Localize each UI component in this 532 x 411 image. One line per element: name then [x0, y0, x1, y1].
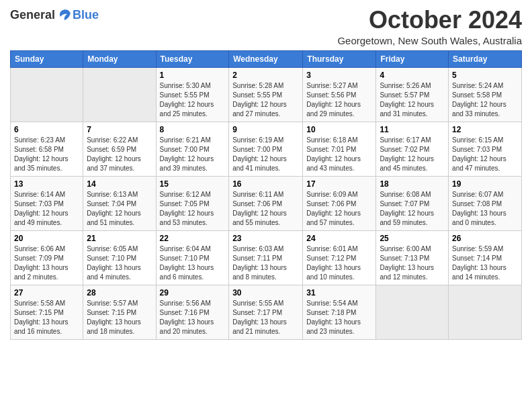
- calendar-cell: 27Sunrise: 5:58 AM Sunset: 7:15 PM Dayli…: [11, 285, 83, 339]
- day-number: 4: [380, 71, 445, 80]
- day-info: Sunrise: 6:21 AM Sunset: 7:00 PM Dayligh…: [160, 136, 226, 173]
- day-number: 29: [160, 288, 226, 298]
- day-number: 19: [452, 179, 518, 189]
- day-info: Sunrise: 5:28 AM Sunset: 5:55 PM Dayligh…: [232, 81, 299, 119]
- day-number: 31: [306, 288, 372, 298]
- calendar-cell: 18Sunrise: 6:08 AM Sunset: 7:07 PM Dayli…: [376, 176, 449, 230]
- calendar-cell: [449, 285, 522, 339]
- calendar-cell: 19Sunrise: 6:07 AM Sunset: 7:08 PM Dayli…: [449, 176, 522, 230]
- location-title: Georgetown, New South Wales, Australia: [337, 35, 522, 46]
- day-number: 9: [232, 125, 299, 134]
- day-info: Sunrise: 6:13 AM Sunset: 7:04 PM Dayligh…: [87, 190, 152, 228]
- day-number: 6: [14, 125, 79, 134]
- calendar-cell: 22Sunrise: 6:04 AM Sunset: 7:10 PM Dayli…: [156, 230, 229, 285]
- day-info: Sunrise: 5:27 AM Sunset: 5:56 PM Dayligh…: [306, 81, 372, 119]
- day-info: Sunrise: 5:30 AM Sunset: 5:55 PM Dayligh…: [160, 81, 226, 119]
- day-number: 22: [160, 234, 226, 243]
- day-number: 14: [87, 179, 152, 189]
- page-header: General Blue October 2024 Georgetown, Ne…: [10, 7, 522, 46]
- calendar-cell: 9Sunrise: 6:19 AM Sunset: 7:00 PM Daylig…: [229, 122, 303, 176]
- calendar-cell: 10Sunrise: 6:18 AM Sunset: 7:01 PM Dayli…: [303, 122, 376, 176]
- day-info: Sunrise: 6:01 AM Sunset: 7:12 PM Dayligh…: [306, 244, 372, 282]
- calendar-cell: 11Sunrise: 6:17 AM Sunset: 7:02 PM Dayli…: [376, 122, 449, 176]
- day-number: 20: [14, 234, 79, 243]
- day-info: Sunrise: 6:17 AM Sunset: 7:02 PM Dayligh…: [380, 136, 445, 173]
- day-info: Sunrise: 5:55 AM Sunset: 7:17 PM Dayligh…: [232, 299, 299, 336]
- day-info: Sunrise: 6:11 AM Sunset: 7:06 PM Dayligh…: [232, 190, 299, 228]
- day-info: Sunrise: 6:22 AM Sunset: 6:59 PM Dayligh…: [87, 136, 152, 173]
- day-number: 1: [160, 71, 226, 80]
- day-info: Sunrise: 5:26 AM Sunset: 5:57 PM Dayligh…: [380, 81, 445, 119]
- calendar-cell: 21Sunrise: 6:05 AM Sunset: 7:10 PM Dayli…: [83, 230, 156, 285]
- header-friday: Friday: [376, 50, 449, 67]
- day-number: 24: [306, 234, 372, 243]
- day-number: 21: [87, 234, 152, 243]
- day-number: 27: [14, 288, 79, 298]
- day-number: 16: [232, 179, 299, 189]
- calendar-cell: 25Sunrise: 6:00 AM Sunset: 7:13 PM Dayli…: [376, 230, 449, 285]
- day-number: 11: [380, 125, 445, 134]
- day-info: Sunrise: 5:57 AM Sunset: 7:15 PM Dayligh…: [87, 299, 152, 336]
- day-info: Sunrise: 6:23 AM Sunset: 6:58 PM Dayligh…: [14, 136, 79, 173]
- day-number: 23: [232, 234, 299, 243]
- calendar-cell: 1Sunrise: 5:30 AM Sunset: 5:55 PM Daylig…: [156, 67, 229, 122]
- logo-general: General: [10, 8, 55, 22]
- header-sunday: Sunday: [11, 50, 83, 67]
- calendar-cell: 23Sunrise: 6:03 AM Sunset: 7:11 PM Dayli…: [229, 230, 303, 285]
- day-info: Sunrise: 6:14 AM Sunset: 7:03 PM Dayligh…: [14, 190, 79, 228]
- calendar-cell: 17Sunrise: 6:09 AM Sunset: 7:06 PM Dayli…: [303, 176, 376, 230]
- calendar-cell: 30Sunrise: 5:55 AM Sunset: 7:17 PM Dayli…: [229, 285, 303, 339]
- calendar-cell: 6Sunrise: 6:23 AM Sunset: 6:58 PM Daylig…: [11, 122, 83, 176]
- day-info: Sunrise: 5:58 AM Sunset: 7:15 PM Dayligh…: [14, 299, 79, 336]
- day-number: 26: [452, 234, 518, 243]
- day-number: 13: [14, 179, 79, 189]
- header-monday: Monday: [83, 50, 156, 67]
- calendar-cell: [376, 285, 449, 339]
- calendar-cell: 15Sunrise: 6:12 AM Sunset: 7:05 PM Dayli…: [156, 176, 229, 230]
- calendar-header: Sunday Monday Tuesday Wednesday Thursday…: [11, 50, 522, 67]
- day-info: Sunrise: 6:05 AM Sunset: 7:10 PM Dayligh…: [87, 244, 152, 282]
- calendar-cell: 16Sunrise: 6:11 AM Sunset: 7:06 PM Dayli…: [229, 176, 303, 230]
- day-info: Sunrise: 6:06 AM Sunset: 7:09 PM Dayligh…: [14, 244, 79, 282]
- calendar-week-5: 27Sunrise: 5:58 AM Sunset: 7:15 PM Dayli…: [11, 285, 522, 339]
- calendar-cell: 5Sunrise: 5:24 AM Sunset: 5:58 PM Daylig…: [449, 67, 522, 122]
- day-number: 15: [160, 179, 226, 189]
- day-info: Sunrise: 5:24 AM Sunset: 5:58 PM Dayligh…: [452, 81, 518, 119]
- calendar-cell: 3Sunrise: 5:27 AM Sunset: 5:56 PM Daylig…: [303, 67, 376, 122]
- calendar-cell: 2Sunrise: 5:28 AM Sunset: 5:55 PM Daylig…: [229, 67, 303, 122]
- day-number: 3: [306, 71, 372, 80]
- day-info: Sunrise: 6:18 AM Sunset: 7:01 PM Dayligh…: [306, 136, 372, 173]
- calendar-week-4: 20Sunrise: 6:06 AM Sunset: 7:09 PM Dayli…: [11, 230, 522, 285]
- calendar-cell: [83, 67, 156, 122]
- day-number: 30: [232, 288, 299, 298]
- day-info: Sunrise: 5:56 AM Sunset: 7:16 PM Dayligh…: [160, 299, 226, 336]
- calendar-cell: 20Sunrise: 6:06 AM Sunset: 7:09 PM Dayli…: [11, 230, 83, 285]
- title-area: October 2024 Georgetown, New South Wales…: [337, 7, 522, 46]
- calendar-cell: 24Sunrise: 6:01 AM Sunset: 7:12 PM Dayli…: [303, 230, 376, 285]
- calendar-cell: [11, 67, 83, 122]
- logo: General Blue: [10, 7, 99, 23]
- day-number: 28: [87, 288, 152, 298]
- day-number: 18: [380, 179, 445, 189]
- header-thursday: Thursday: [303, 50, 376, 67]
- day-number: 7: [87, 125, 152, 134]
- calendar-body: 1Sunrise: 5:30 AM Sunset: 5:55 PM Daylig…: [11, 67, 522, 339]
- day-number: 12: [452, 125, 518, 134]
- header-saturday: Saturday: [449, 50, 522, 67]
- day-info: Sunrise: 6:08 AM Sunset: 7:07 PM Dayligh…: [380, 190, 445, 228]
- calendar-cell: 7Sunrise: 6:22 AM Sunset: 6:59 PM Daylig…: [83, 122, 156, 176]
- calendar-cell: 31Sunrise: 5:54 AM Sunset: 7:18 PM Dayli…: [303, 285, 376, 339]
- logo-blue: Blue: [73, 8, 99, 22]
- day-info: Sunrise: 6:12 AM Sunset: 7:05 PM Dayligh…: [160, 190, 226, 228]
- logo-bird-icon: [56, 7, 73, 23]
- day-info: Sunrise: 6:00 AM Sunset: 7:13 PM Dayligh…: [380, 244, 445, 282]
- day-number: 5: [452, 71, 518, 80]
- day-info: Sunrise: 6:15 AM Sunset: 7:03 PM Dayligh…: [452, 136, 518, 173]
- calendar-cell: 12Sunrise: 6:15 AM Sunset: 7:03 PM Dayli…: [449, 122, 522, 176]
- header-tuesday: Tuesday: [156, 50, 229, 67]
- day-info: Sunrise: 6:04 AM Sunset: 7:10 PM Dayligh…: [160, 244, 226, 282]
- day-number: 2: [232, 71, 299, 80]
- day-info: Sunrise: 6:19 AM Sunset: 7:00 PM Dayligh…: [232, 136, 299, 173]
- calendar-cell: 14Sunrise: 6:13 AM Sunset: 7:04 PM Dayli…: [83, 176, 156, 230]
- calendar-week-1: 1Sunrise: 5:30 AM Sunset: 5:55 PM Daylig…: [11, 67, 522, 122]
